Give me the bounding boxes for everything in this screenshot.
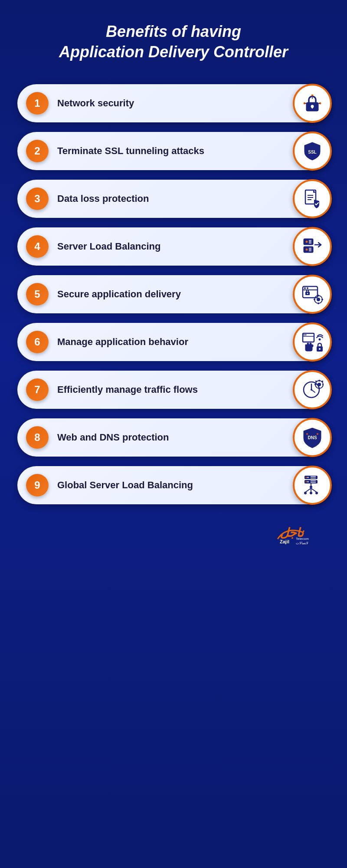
svg-point-27 — [307, 287, 308, 289]
benefit-card-6: 6 Manage application behavior — [17, 323, 330, 361]
benefit-label-4: Server Load Balancing — [57, 241, 160, 252]
traffic-flow-icon — [293, 370, 332, 409]
svg-rect-51 — [314, 384, 316, 385]
manage-app-icon — [293, 322, 332, 362]
svg-line-71 — [311, 488, 317, 492]
svg-point-62 — [306, 481, 307, 482]
benefit-label-2: Terminate SSL tunneling attacks — [57, 145, 204, 157]
benefit-label-6: Manage application behavior — [57, 336, 188, 348]
benefit-label-8: Web and DNS protection — [57, 432, 169, 443]
svg-point-57 — [317, 433, 318, 435]
benefit-row-6: 6 Manage application behavior — [17, 323, 330, 361]
benefit-card-4: 4 Server Load Balancing — [17, 227, 330, 266]
number-badge-4: 4 — [26, 235, 49, 258]
svg-rect-19 — [304, 247, 313, 253]
page-title-section: Benefits of having Application Delivery … — [59, 22, 288, 62]
svg-point-63 — [308, 481, 309, 482]
benefit-row-3: 3 Data loss protection — [17, 180, 330, 218]
svg-point-29 — [317, 298, 320, 301]
server-balance-icon — [293, 227, 332, 266]
svg-point-61 — [308, 477, 309, 478]
number-badge-3: 3 — [26, 187, 49, 210]
svg-point-15 — [306, 240, 308, 243]
benefit-label-7: Efficiently manage traffic flows — [57, 384, 198, 395]
number-badge-5: 5 — [26, 283, 49, 306]
svg-rect-31 — [318, 302, 319, 304]
brand-logo: ناجل Zajil Telecom لاتصالات — [273, 522, 325, 546]
number-badge-2: 2 — [26, 140, 49, 162]
data-protection-icon — [293, 179, 332, 218]
benefit-label-5: Secure application delivery — [57, 289, 181, 300]
page-title: Benefits of having Application Delivery … — [59, 22, 288, 62]
svg-text:Telecom: Telecom — [296, 537, 309, 541]
benefits-list: 1 Network security — [17, 84, 330, 504]
benefit-row-2: 2 Terminate SSL tunneling attacks SSL — [17, 132, 330, 170]
svg-rect-2 — [312, 106, 313, 108]
secure-app-icon — [293, 275, 332, 314]
svg-text:لاتصالات: لاتصالات — [296, 541, 308, 545]
benefit-card-1: 1 Network security — [17, 84, 330, 122]
svg-text:DNS: DNS — [308, 435, 317, 440]
svg-line-69 — [305, 488, 311, 492]
svg-point-40 — [319, 338, 321, 340]
svg-line-46 — [311, 390, 315, 392]
svg-point-35 — [307, 293, 308, 294]
benefit-label-3: Data loss protection — [57, 193, 149, 204]
benefit-card-9: 9 Global Server Load Balancing — [17, 466, 330, 504]
benefit-card-8: 8 Web and DNS protection — [17, 418, 330, 457]
benefit-card-2: 2 Terminate SSL tunneling attacks — [17, 132, 330, 170]
svg-point-38 — [304, 334, 305, 335]
svg-point-20 — [306, 248, 308, 250]
benefit-row-9: 9 Global Server Load Balancing — [17, 466, 330, 504]
benefit-row-4: 4 Server Load Balancing — [17, 227, 330, 266]
svg-rect-14 — [304, 239, 313, 245]
svg-point-48 — [318, 383, 321, 386]
number-badge-1: 1 — [26, 92, 49, 115]
svg-point-26 — [304, 287, 306, 289]
lock-network-icon — [293, 84, 332, 123]
dns-shield-icon: DNS — [293, 418, 332, 457]
benefit-row-5: 5 Secure application delivery — [17, 275, 330, 313]
svg-text:Zajil: Zajil — [280, 539, 289, 544]
zajil-logo-svg: ناجل Zajil Telecom لاتصالات — [273, 522, 325, 546]
benefit-row-8: 8 Web and DNS protection DNS — [17, 418, 330, 457]
svg-point-56 — [306, 433, 308, 435]
benefit-card-3: 3 Data loss protection — [17, 180, 330, 218]
svg-rect-50 — [319, 388, 320, 389]
svg-rect-30 — [318, 295, 319, 296]
svg-text:SSL: SSL — [308, 150, 316, 155]
benefit-row-1: 1 Network security — [17, 84, 330, 122]
global-balance-icon — [293, 466, 332, 505]
benefit-label-9: Global Server Load Balancing — [57, 480, 193, 491]
svg-point-42 — [319, 348, 321, 350]
svg-point-72 — [304, 492, 307, 494]
svg-point-60 — [306, 477, 307, 478]
benefit-label-1: Network security — [57, 98, 134, 109]
number-badge-9: 9 — [26, 474, 49, 496]
number-badge-7: 7 — [26, 378, 49, 401]
svg-point-39 — [305, 334, 307, 335]
svg-rect-32 — [314, 299, 315, 300]
svg-point-74 — [315, 492, 318, 494]
benefit-card-7: 7 Efficiently manage traffic flows — [17, 371, 330, 409]
svg-rect-52 — [322, 384, 324, 385]
svg-rect-49 — [319, 380, 320, 381]
svg-rect-33 — [321, 299, 323, 300]
ssl-shield-icon: SSL — [293, 132, 332, 171]
number-badge-6: 6 — [26, 331, 49, 353]
benefit-row-7: 7 Efficiently manage traffic flows — [17, 371, 330, 409]
number-badge-8: 8 — [26, 426, 49, 449]
svg-point-68 — [310, 486, 312, 488]
svg-point-73 — [310, 492, 312, 494]
benefit-card-5: 5 Secure application delivery — [17, 275, 330, 313]
